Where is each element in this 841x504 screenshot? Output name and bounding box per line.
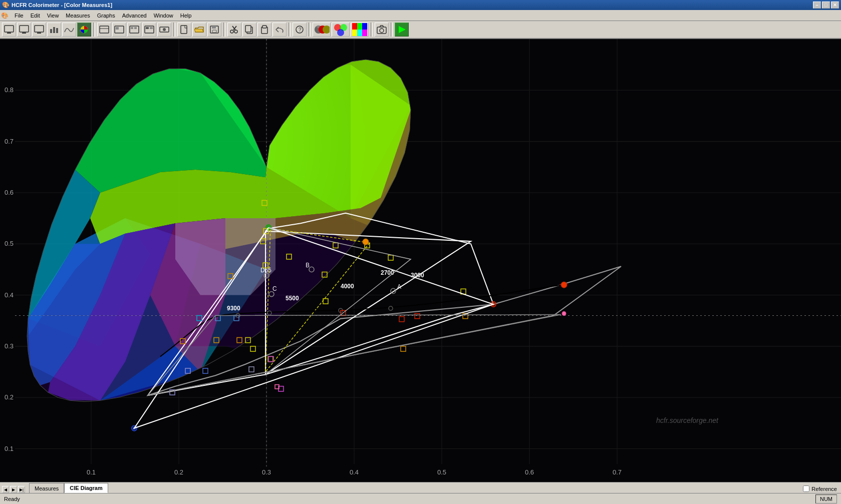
tab-cie-diagram[interactable]: CIE Diagram: [64, 483, 108, 493]
svg-rect-10: [56, 28, 58, 33]
toolbar-play-btn[interactable]: [395, 23, 409, 37]
toolbar-open-btn[interactable]: [192, 23, 206, 37]
toolbar-display7-btn[interactable]: [142, 23, 156, 37]
svg-rect-46: [362, 23, 367, 30]
svg-text:0.1: 0.1: [5, 444, 14, 452]
svg-rect-21: [150, 27, 153, 29]
svg-point-170: [363, 239, 369, 245]
svg-marker-52: [399, 26, 406, 33]
svg-rect-15: [116, 27, 119, 30]
toolbar-copy-btn[interactable]: [242, 23, 256, 37]
menu-bar: 🎨 File Edit View Measures Graphs Advance…: [0, 10, 841, 21]
menu-edit[interactable]: Edit: [28, 12, 43, 20]
reference-container: Reference: [803, 485, 837, 492]
svg-text:0.1: 0.1: [87, 468, 96, 476]
toolbar-undo-btn[interactable]: [272, 23, 287, 37]
svg-text:5500: 5500: [286, 295, 299, 302]
svg-point-190: [562, 311, 566, 315]
svg-point-29: [234, 30, 237, 33]
svg-text:0.8: 0.8: [5, 86, 14, 94]
svg-text:A: A: [397, 283, 402, 290]
svg-text:0.5: 0.5: [5, 240, 14, 247]
toolbar-wave-btn[interactable]: [62, 23, 76, 37]
status-text: Ready: [4, 496, 20, 502]
reference-label[interactable]: Reference: [811, 486, 837, 492]
svg-text:9300: 9300: [227, 305, 240, 312]
menu-measures[interactable]: Measures: [63, 12, 93, 20]
svg-text:0.4: 0.4: [5, 291, 14, 299]
menu-window[interactable]: Window: [151, 12, 176, 20]
svg-text:hcfr.sourceforge.net: hcfr.sourceforge.net: [656, 416, 719, 424]
toolbar-display1-btn[interactable]: [2, 23, 16, 37]
svg-rect-12: [100, 26, 109, 33]
menu-advanced[interactable]: Advanced: [119, 12, 150, 20]
svg-text:0.3: 0.3: [5, 342, 14, 350]
toolbar-sep4: [289, 23, 291, 37]
toolbar-new-btn[interactable]: [177, 23, 191, 37]
window-title: HCFR Colorimeter - [Color Measures1]: [12, 2, 112, 8]
svg-rect-9: [53, 27, 55, 33]
tab-measures[interactable]: Measures: [29, 483, 64, 493]
svg-text:0.7: 0.7: [613, 468, 622, 476]
svg-text:0.6: 0.6: [5, 189, 14, 196]
menu-help[interactable]: Help: [177, 12, 195, 20]
svg-text:0.2: 0.2: [174, 468, 183, 476]
toolbar-proj-btn[interactable]: [157, 23, 171, 37]
toolbar-rgb-btn[interactable]: [332, 23, 350, 37]
svg-rect-6: [35, 26, 44, 32]
svg-point-42: [337, 29, 344, 36]
svg-rect-0: [5, 26, 14, 32]
menu-view[interactable]: View: [44, 12, 62, 20]
svg-rect-27: [212, 30, 216, 33]
main-content: 0.8 0.7 0.6 0.5 0.4 0.3 0.2 0.1 0.1 0.2 …: [0, 39, 841, 482]
svg-text:0.6: 0.6: [525, 468, 534, 476]
toolbar-colorimeter-btn[interactable]: [313, 23, 331, 37]
svg-rect-26: [212, 26, 216, 29]
svg-text:0.4: 0.4: [350, 468, 359, 476]
svg-rect-8: [50, 29, 52, 33]
toolbar-paste-btn[interactable]: [257, 23, 271, 37]
svg-rect-47: [352, 30, 357, 36]
svg-text:0.5: 0.5: [437, 468, 446, 476]
toolbar-display6-btn[interactable]: [127, 23, 141, 37]
toolbar-sep5: [309, 23, 311, 37]
app-restore-btn[interactable]: □: [822, 2, 830, 9]
toolbar-cut-btn[interactable]: [227, 23, 241, 37]
svg-text:0.3: 0.3: [262, 468, 271, 476]
svg-point-51: [380, 29, 384, 33]
app-minimize-btn[interactable]: –: [813, 2, 821, 9]
toolbar-save-btn[interactable]: [207, 23, 221, 37]
cie-diagram-canvas: 0.8 0.7 0.6 0.5 0.4 0.3 0.2 0.1 0.1 0.2 …: [0, 39, 841, 482]
toolbar-pattern-btn[interactable]: [351, 23, 369, 37]
toolbar: ?: [0, 21, 841, 39]
toolbar-chart-btn[interactable]: [47, 23, 61, 37]
menu-graphs[interactable]: Graphs: [94, 12, 118, 20]
scroll-end-btn[interactable]: ▶|: [18, 486, 25, 493]
scroll-right-btn[interactable]: ▶: [10, 486, 17, 493]
toolbar-display3-btn[interactable]: [32, 23, 46, 37]
svg-text:0.2: 0.2: [5, 393, 14, 401]
toolbar-camera-btn[interactable]: [375, 23, 389, 37]
toolbar-display4-btn[interactable]: [97, 23, 111, 37]
svg-text:D65: D65: [260, 266, 271, 273]
svg-text:?: ?: [299, 27, 302, 33]
scroll-left-btn[interactable]: ◀: [2, 486, 9, 493]
toolbar-display5-btn[interactable]: [112, 23, 126, 37]
toolbar-color-wheel-btn[interactable]: [77, 23, 91, 37]
toolbar-sep3: [223, 23, 225, 37]
svg-point-23: [163, 28, 166, 31]
app-close-btn[interactable]: ✕: [831, 2, 839, 9]
title-bar: 🎨 HCFR Colorimeter - [Color Measures1] –…: [0, 0, 841, 10]
svg-rect-18: [134, 27, 137, 29]
svg-text:0.7: 0.7: [5, 138, 14, 145]
svg-text:3000: 3000: [411, 272, 424, 279]
svg-rect-33: [262, 26, 266, 28]
menu-file[interactable]: File: [12, 12, 27, 20]
svg-rect-4: [22, 33, 26, 34]
reference-checkbox[interactable]: [803, 485, 809, 492]
svg-rect-45: [357, 23, 362, 30]
svg-point-28: [230, 30, 233, 33]
svg-rect-3: [20, 26, 29, 32]
toolbar-help-btn[interactable]: ?: [293, 23, 307, 37]
toolbar-display2-btn[interactable]: [17, 23, 31, 37]
